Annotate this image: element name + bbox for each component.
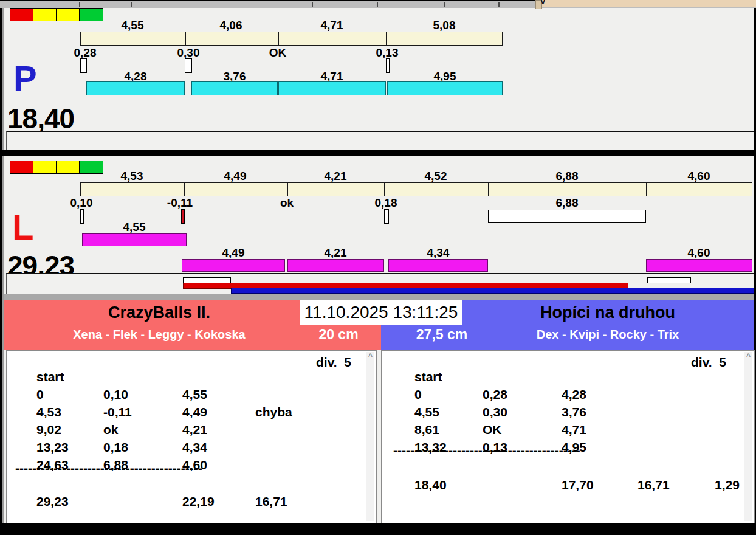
toolbar-divider xyxy=(377,2,378,7)
total-time: 18,40 xyxy=(414,478,562,492)
toolbar-right-panel xyxy=(537,0,756,7)
lane-p-total-time: 18,40 xyxy=(7,102,74,135)
p-cross-gap-box xyxy=(185,58,192,73)
l-run-bar xyxy=(646,259,752,272)
table-row: 8,61OK4,71 xyxy=(393,408,637,426)
p-cross-label: OK xyxy=(244,46,311,60)
team-left-name: CrazyBalls II. xyxy=(4,303,314,322)
l-split-label: 4,53 xyxy=(98,170,165,183)
l-strip-notch xyxy=(9,274,9,280)
p-split-label: 4,06 xyxy=(198,19,264,32)
p-run-bar xyxy=(278,81,386,95)
lane-l-letter: L xyxy=(12,210,33,245)
l-cross-label: 6,88 xyxy=(534,196,600,210)
datetime-display: 11.10.2025 13:11:25 xyxy=(300,300,462,325)
p-strip-notch xyxy=(9,132,9,137)
total-best: 16,71 xyxy=(255,494,287,509)
p-cross-label: 0,28 xyxy=(52,46,119,60)
app-window: v 4,55 4,06 4,71 5,08 0,28 0,30 OK 0,13 … xyxy=(0,0,756,535)
table-header-row: start xyxy=(15,355,64,373)
p-cross-label: 0,13 xyxy=(354,46,421,60)
total-net: 17,70 xyxy=(562,478,637,492)
table-row: 24,636,884,60 xyxy=(15,443,255,461)
scroll-up-icon[interactable]: ^ xyxy=(745,352,752,361)
p-split-tick xyxy=(386,32,387,45)
window-footer xyxy=(0,523,756,535)
l-run-bar xyxy=(82,233,187,246)
box-zone-indicator xyxy=(647,277,691,283)
l-split-scale-bar xyxy=(80,182,752,196)
l-cross-label: ok xyxy=(253,196,320,210)
l-split-tick xyxy=(287,183,288,196)
team-left-dogs: Xena - Flek - Leggy - Kokoska xyxy=(4,328,314,342)
l-split-label: 4,52 xyxy=(402,170,469,183)
team-left-jump-height: 20 cm xyxy=(290,326,387,343)
team-right-name: Hopíci na druhou xyxy=(462,303,754,322)
team-right-dogs: Dex - Kvipi - Rocky - Trix xyxy=(462,328,754,342)
p-split-tick xyxy=(278,32,279,45)
l-run-label: 4,34 xyxy=(405,246,472,260)
l-race-progress-strip xyxy=(6,273,754,295)
section-divider-gray xyxy=(4,294,754,300)
p-cross-gap-box xyxy=(386,58,390,73)
l-run-label: 4,60 xyxy=(665,246,732,260)
l-cross-gap-box-negative xyxy=(181,209,185,224)
table-separator: ----------------------------------------… xyxy=(393,443,580,461)
status-square-yellow xyxy=(33,160,57,174)
table-row: 4,550,303,76 xyxy=(393,390,637,408)
table-row: 13,320,134,95 xyxy=(393,426,637,443)
toolbar-divider xyxy=(498,2,500,7)
table-row: 00,284,28 xyxy=(393,373,637,390)
table-row: 13,230,184,34 xyxy=(15,426,255,443)
l-cross-ok-tick xyxy=(287,210,287,222)
toolbar-divider xyxy=(79,2,80,7)
l-run-label: 4,55 xyxy=(101,221,168,234)
l-split-label: 4,21 xyxy=(302,170,369,183)
scroll-up-icon[interactable]: ^ xyxy=(367,352,374,361)
l-split-tick xyxy=(488,183,489,196)
l-split-tick xyxy=(646,183,647,196)
p-split-tick xyxy=(185,32,186,45)
table-totals-row: 29,2322,1916,71 xyxy=(15,480,287,497)
status-square-red xyxy=(10,8,34,21)
p-split-label: 4,55 xyxy=(99,19,166,32)
table-scrollbar[interactable]: ^ xyxy=(366,352,374,521)
total-net: 22,19 xyxy=(182,494,255,509)
p-split-scale-bar xyxy=(80,32,503,46)
p-run-bar xyxy=(387,81,503,95)
l-split-label: 6,88 xyxy=(534,170,600,183)
lane-divider xyxy=(0,150,756,156)
l-split-tick xyxy=(384,183,385,196)
status-square-yellow xyxy=(33,8,57,21)
p-cross-label: 0,30 xyxy=(155,46,222,60)
l-cross-label: -0,11 xyxy=(146,196,213,210)
p-run-bar xyxy=(191,81,278,95)
l-run-bar xyxy=(388,259,488,272)
status-square-yellow xyxy=(56,160,80,174)
team-right-result-table: start div. 5 00,284,28 4,550,303,76 8,61… xyxy=(381,350,755,526)
l-run-bar xyxy=(287,259,384,272)
blue-team-progress-bar xyxy=(231,288,754,294)
division-label: div. 5 xyxy=(316,355,351,370)
table-totals-row: 18,4017,7016,711,29 xyxy=(393,463,740,481)
chevron-down-icon[interactable]: v xyxy=(541,0,551,6)
p-cross-gap-box xyxy=(80,58,87,73)
table-row: 9,02ok4,21 xyxy=(15,408,255,426)
l-run-label: 4,21 xyxy=(302,246,369,260)
p-race-progress-strip xyxy=(6,131,754,150)
l-cross-gap-box-wide xyxy=(488,210,646,223)
lane-p-letter: P xyxy=(13,61,37,96)
table-row: 4,53-0,114,49chyba xyxy=(15,390,292,408)
p-run-bar xyxy=(86,81,185,95)
toolbar-divider xyxy=(312,2,313,7)
table-row: 00,104,55 xyxy=(15,373,255,390)
table-scrollbar[interactable]: ^ xyxy=(744,352,752,521)
total-best: 16,71 xyxy=(637,478,715,492)
toolbar-divider xyxy=(444,2,445,7)
l-split-label: 4,60 xyxy=(665,170,732,183)
p-split-label: 5,08 xyxy=(411,19,478,32)
p-split-label: 4,71 xyxy=(298,19,365,32)
l-cross-gap-box xyxy=(80,209,84,224)
table-header-row: start xyxy=(393,355,442,373)
window-border-left-inner xyxy=(2,0,4,535)
